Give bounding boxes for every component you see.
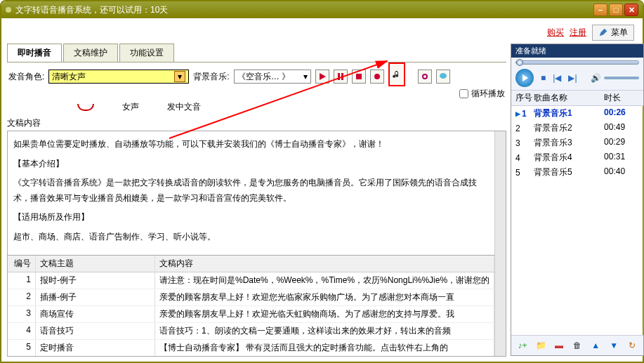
speech-bubble-icon [439, 72, 447, 81]
loop-playback-checkbox[interactable]: 循环播放 [459, 88, 505, 100]
playlist-row[interactable]: 2背景音乐200:49 [511, 121, 643, 136]
minimize-button[interactable]: – [593, 4, 607, 16]
svg-point-4 [423, 74, 427, 79]
editor-paragraph: 超市、商场、商店、语音广告制作、学习、听小说等。 [13, 230, 489, 245]
playlist-cell-name: 背景音乐4 [534, 152, 604, 164]
pencil-icon [598, 27, 608, 37]
editor-label: 文稿内容 [7, 116, 506, 131]
loop-checkbox-input[interactable] [459, 89, 468, 98]
scrollbar[interactable] [494, 131, 506, 356]
music-note-button[interactable] [388, 62, 405, 86]
manuscript-table: 编号 文稿主题 文稿内容 1报时-例子请注意：现在时间是%Date%，%Week… [8, 255, 494, 356]
chevron-down-icon: ▾ [174, 71, 185, 82]
remove-track-button[interactable]: ▬ [552, 338, 566, 352]
col-title-header[interactable]: 文稿主题 [36, 256, 155, 272]
cell-title: 商场宣传 [36, 306, 155, 322]
voice-annotation: 女声 发中文音 [7, 101, 506, 113]
playlist-row[interactable]: 4背景音乐400:31 [511, 150, 643, 165]
playlist-cell-num: 3 [511, 137, 534, 149]
move-down-button[interactable]: ▼ [607, 338, 621, 352]
svg-point-5 [440, 73, 447, 79]
tab-function-settings[interactable]: 功能设置 [119, 44, 174, 62]
voice-role-value: 清晰女声 [52, 71, 86, 83]
editor-heading: 【适用场所及作用】 [13, 210, 489, 225]
editor-heading: 【基本介绍】 [13, 157, 489, 172]
table-row[interactable]: 5定时播音【博士自动播音专家】 带有灵活而且强大的定时播音功能。点击软件右上角的 [8, 340, 494, 356]
playlist-cell-name: 背景音乐1 [534, 107, 604, 119]
delete-button[interactable]: 🗑 [570, 338, 584, 352]
playlist-col-name[interactable]: 歌曲名称 [534, 92, 604, 104]
playlist-cell-num: 2 [511, 122, 534, 134]
move-up-button[interactable]: ▲ [589, 338, 603, 352]
table-row[interactable]: 4语音技巧语音技巧：1、朗读的文稿一定要通顺，这样读出来的效果才好，转出来的音频 [8, 323, 494, 340]
playlist-cell-num: 5 [511, 166, 534, 178]
player-stop-button[interactable]: ■ [541, 73, 546, 83]
manuscript-editor[interactable]: 如果贵单位需要定时播放、自动播放等功能，可以下载并安装我们的《博士自动播音专家》… [8, 131, 494, 255]
register-link[interactable]: 注册 [570, 27, 586, 39]
cell-title: 报时-例子 [36, 272, 155, 289]
play-button[interactable] [315, 70, 329, 84]
editor-paragraph: 如果贵单位需要定时播放、自动播放等功能，可以下载并安装我们的《博士自动播音专家》… [13, 137, 489, 152]
player-prev-button[interactable]: |◀ [553, 73, 561, 83]
settings-button[interactable] [418, 70, 432, 84]
playlist-cell-num: 4 [511, 152, 534, 164]
playlist-cell-name: 背景音乐2 [534, 122, 604, 134]
table-row[interactable]: 2插播-例子亲爱的顾客朋友早上好！欢迎您光临家家乐购物广场。为了感谢您对本商场一… [8, 289, 494, 306]
pause-button[interactable] [334, 70, 348, 84]
maximize-button[interactable]: □ [609, 4, 623, 16]
col-number-header[interactable]: 编号 [8, 256, 36, 272]
app-window: 文字转语音播音系统，还可以试用：10天 – □ ✕ 购买 注册 菜单 即时播音 … [0, 0, 644, 363]
svg-rect-0 [338, 73, 340, 80]
playlist-cell-name: 背景音乐3 [534, 137, 604, 149]
table-row[interactable]: 3商场宣传亲爱的顾客朋友早上好！欢迎光临天虹购物商场。为了感谢您的支持与厚爱。我 [8, 306, 494, 323]
cell-content: 语音技巧：1、朗读的文稿一定要通顺，这样读出来的效果才好，转出来的音频 [155, 323, 494, 339]
editor-paragraph: 《文字转语音播音系统》是一款把文字转换成语音的朗读软件，是专为您服务的电脑播音员… [13, 176, 489, 206]
bgm-value: 《空音乐… 》 [237, 71, 290, 83]
chevron-down-icon: ▾ [303, 72, 308, 81]
playlist-row[interactable]: ▶1背景音乐100:26 [511, 106, 643, 121]
playlist-cell-dur: 00:40 [604, 166, 643, 178]
player-next-button[interactable]: ▶| [568, 73, 577, 83]
voice-role-label: 发音角色: [8, 71, 44, 83]
table-row[interactable]: 1报时-例子请注意：现在时间是%Date%，%Week%，%Time%，农历%N… [8, 272, 494, 289]
close-button[interactable]: ✕ [624, 4, 638, 16]
record-button[interactable] [370, 70, 384, 84]
playlist-row[interactable]: 5背景音乐500:40 [511, 165, 643, 180]
cell-num: 2 [8, 289, 36, 305]
player-play-button[interactable] [515, 69, 534, 87]
cell-num: 4 [8, 323, 36, 339]
playlist-col-num[interactable]: 序号 [511, 92, 534, 104]
playlist-row[interactable]: 3背景音乐300:29 [511, 136, 643, 150]
add-track-button[interactable]: ♪+ [515, 338, 530, 352]
tabs: 即时播音 文稿维护 功能设置 [7, 44, 506, 62]
seek-bar[interactable] [515, 60, 639, 65]
bgm-select[interactable]: 《空音乐… 》 ▾ [234, 70, 311, 84]
window-title: 文字转语音播音系统，还可以试用：10天 [15, 4, 168, 16]
player-status: 准备就绪 [511, 44, 643, 58]
refresh-button[interactable]: ↻ [625, 338, 639, 352]
add-folder-button[interactable]: 📁 [534, 338, 548, 352]
playlist-cell-num: ▶1 [511, 107, 534, 119]
menu-button[interactable]: 菜单 [592, 25, 634, 41]
buy-link[interactable]: 购买 [547, 27, 564, 39]
stop-button[interactable] [352, 70, 366, 84]
cell-num: 5 [8, 340, 36, 356]
voice-role-select[interactable]: 清晰女声 ▾ [48, 70, 189, 84]
cell-num: 3 [8, 306, 36, 322]
smile-icon [77, 104, 94, 111]
cell-content: 亲爱的顾客朋友早上好！欢迎您光临家家乐购物广场。为了感谢您对本商场一直 [155, 289, 494, 305]
seek-knob[interactable] [516, 59, 523, 66]
tab-manuscript-maintain[interactable]: 文稿维护 [63, 44, 118, 62]
cell-title: 插播-例子 [36, 289, 155, 305]
chat-button[interactable] [436, 70, 450, 84]
bgm-label: 背景音乐: [193, 71, 229, 83]
tab-instant-broadcast[interactable]: 即时播音 [7, 44, 62, 62]
playlist-col-dur[interactable]: 时长 [604, 92, 643, 104]
play-indicator-icon: ▶ [515, 110, 520, 117]
playlist: ▶1背景音乐100:262背景音乐200:493背景音乐300:294背景音乐4… [511, 106, 643, 335]
volume-icon[interactable]: 🔊 [591, 73, 601, 83]
gear-icon [421, 72, 429, 81]
volume-slider[interactable] [604, 77, 639, 79]
col-content-header[interactable]: 文稿内容 [155, 256, 494, 272]
playlist-cell-dur: 00:26 [604, 107, 643, 119]
